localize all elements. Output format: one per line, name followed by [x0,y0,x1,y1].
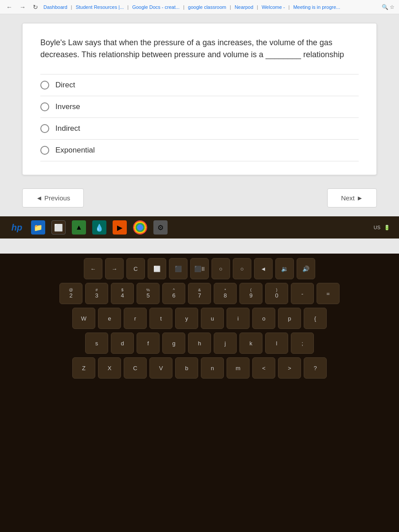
key-minus[interactable]: - [291,283,314,304]
option-exponential-label: Exponential [55,146,95,155]
option-inverse[interactable]: Inverse [40,96,359,117]
battery-icon: 🔋 [384,225,390,231]
key-m[interactable]: m [227,357,250,379]
key-v[interactable]: V [149,357,172,379]
docs-taskbar-icon[interactable]: 💧 [92,220,106,235]
key-fullscreen[interactable]: ⬛ [169,258,188,279]
key-c[interactable]: C [126,258,145,279]
key-vol-down[interactable]: 🔉 [275,258,294,279]
key-mute[interactable]: ◄ [254,258,273,279]
key-g[interactable]: g [162,332,185,354]
key-b[interactable]: b [175,357,198,379]
key-back[interactable]: ← [84,258,102,279]
key-h[interactable]: h [188,332,211,354]
tab-google-classroom[interactable]: google classroom [188,4,226,10]
key-gt[interactable]: > [278,357,301,379]
key-o[interactable]: o [252,308,275,329]
key-i[interactable]: i [227,308,250,329]
radio-exponential[interactable] [40,146,49,155]
keyboard-row-3: W e r t y u i o p { [9,308,390,329]
key-lbrace[interactable]: { [304,308,327,329]
key-percent-5[interactable]: %5 [137,283,160,304]
key-w[interactable]: W [72,308,95,329]
hp-logo: hp [9,223,25,233]
tab-google-docs[interactable]: Google Docs - creat... [132,4,180,10]
key-hash-3[interactable]: #3 [85,283,108,304]
radio-direct[interactable] [40,81,49,90]
keyboard-row-1: ← → C ⬜ ⬛ ⬛II ○ ○ ◄ 🔉 🔊 [9,258,390,279]
key-t[interactable]: t [149,308,172,329]
key-lparen-9[interactable]: (9 [239,283,262,304]
search-icon: 🔍 ☆ [382,4,395,10]
tab-welcome[interactable]: Welcome - [262,4,285,10]
quiz-navigation: ◄ Previous Next ► [22,188,377,207]
key-e[interactable]: e [98,308,121,329]
key-equals[interactable]: = [317,283,340,304]
key-bright-up[interactable]: ○ [233,258,251,279]
key-caret-6[interactable]: ^6 [162,283,185,304]
window-taskbar-icon[interactable]: ⬜ [51,220,66,235]
key-screen[interactable]: ⬜ [148,258,166,279]
chrome-taskbar-icon[interactable] [133,220,147,235]
app-taskbar-icon[interactable]: ⚙ [153,220,168,235]
refresh-button[interactable]: ↻ [31,3,40,12]
key-amp-7[interactable]: &7 [188,283,211,304]
option-inverse-label: Inverse [55,102,80,111]
back-button[interactable]: ← [4,3,14,12]
key-rparen-0[interactable]: )0 [265,283,288,304]
key-semicolon[interactable]: ; [291,332,314,354]
key-forward[interactable]: → [105,258,124,279]
drive-taskbar-icon[interactable]: ▲ [72,220,86,235]
tab-meeting[interactable]: Meeting is in progre... [293,4,340,10]
key-at-2[interactable]: @2 [59,283,82,304]
option-direct[interactable]: Direct [40,74,359,96]
play-taskbar-icon[interactable]: ▶ [113,220,127,235]
key-d[interactable]: d [111,332,134,354]
tab-student-resources[interactable]: Student Resources |... [76,4,124,10]
key-r[interactable]: r [124,308,147,329]
tab-dashboard[interactable]: Dashboard [43,4,67,10]
keyboard-area: ← → C ⬜ ⬛ ⬛II ○ ○ ◄ 🔉 🔊 @2 #3 $4 %5 ^6 &… [0,254,399,532]
option-exponential[interactable]: Exponential [40,139,359,161]
radio-indirect[interactable] [40,124,49,133]
key-p[interactable]: p [278,308,301,329]
key-question[interactable]: ? [304,357,327,379]
files-taskbar-icon[interactable]: 📁 [31,220,45,235]
option-indirect[interactable]: Indirect [40,117,359,139]
keyboard-row-2: @2 #3 $4 %5 ^6 &7 *8 (9 )0 - = [9,283,390,304]
nav-bar: ← → ↻ Dashboard | Student Resources |...… [0,0,399,14]
key-j[interactable]: j [214,332,237,354]
keyboard-row-5: Z X C V b n m < > ? [9,357,390,379]
key-z[interactable]: Z [72,357,95,379]
key-s[interactable]: s [85,332,108,354]
keyboard-row-4: s d f g h j k l ; [9,332,390,354]
previous-button[interactable]: ◄ Previous [22,188,84,207]
key-l[interactable]: l [265,332,288,354]
key-f[interactable]: f [137,332,160,354]
option-direct-label: Direct [55,81,75,90]
tab-nearpod[interactable]: Nearpod [235,4,253,10]
radio-inverse[interactable] [40,102,49,111]
locale-indicator: US [374,225,380,230]
key-c2[interactable]: C [124,357,147,379]
key-bright-down[interactable]: ○ [211,258,230,279]
question-text: Boyle's Law says that when the pressure … [40,37,359,61]
forward-button[interactable]: → [18,3,27,12]
key-vol-up[interactable]: 🔊 [297,258,315,279]
taskbar: hp 📁 ⬜ ▲ 💧 ▶ ⚙ US 🔋 [0,216,399,239]
option-indirect-label: Indirect [55,124,80,133]
key-overview[interactable]: ⬛II [190,258,209,279]
taskbar-right: US 🔋 [374,225,390,231]
key-dollar-4[interactable]: $4 [111,283,134,304]
key-k[interactable]: k [239,332,262,354]
options-list: Direct Inverse Indirect Exponential [40,74,359,161]
key-star-8[interactable]: *8 [214,283,237,304]
screen-area: Boyle's Law says that when the pressure … [0,14,399,254]
key-lt[interactable]: < [252,357,275,379]
next-button[interactable]: Next ► [327,188,377,207]
key-x[interactable]: X [98,357,121,379]
quiz-card: Boyle's Law says that when the pressure … [22,23,377,175]
key-y[interactable]: y [175,308,198,329]
key-n[interactable]: n [201,357,224,379]
key-u[interactable]: u [201,308,224,329]
